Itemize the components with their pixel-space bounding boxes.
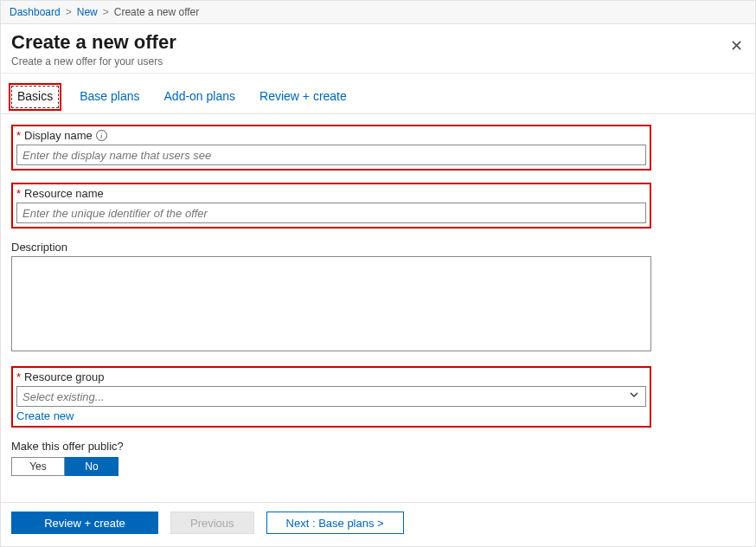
- close-icon: ✕: [730, 37, 743, 55]
- label-text: Resource group: [24, 370, 105, 383]
- description-input[interactable]: [11, 256, 651, 351]
- chevron-right-icon: >: [66, 6, 72, 18]
- tab-basics[interactable]: Basics: [11, 86, 59, 108]
- resource-group-select[interactable]: [16, 386, 646, 407]
- close-button[interactable]: ✕: [730, 36, 743, 55]
- resource-name-input[interactable]: [16, 203, 646, 223]
- label-display-name: * Display name i: [16, 129, 646, 142]
- next-button[interactable]: Next : Base plans >: [266, 512, 404, 534]
- page-title: Create a new offer: [11, 31, 745, 54]
- chevron-right-icon: >: [103, 6, 109, 18]
- label-description: Description: [11, 241, 651, 254]
- breadcrumb-current: Create a new offer: [114, 6, 200, 18]
- previous-button: Previous: [170, 512, 254, 534]
- breadcrumb-link-new[interactable]: New: [77, 6, 98, 18]
- footer-bar: Review + create Previous Next : Base pla…: [1, 502, 755, 546]
- review-create-button[interactable]: Review + create: [11, 512, 158, 534]
- field-group-display-name: * Display name i: [11, 125, 651, 171]
- page-subtitle: Create a new offer for your users: [11, 55, 745, 68]
- form-body: * Display name i * Resource name Descrip…: [1, 114, 755, 490]
- tab-review-create[interactable]: Review + create: [256, 86, 350, 108]
- label-text: Display name: [24, 129, 93, 142]
- field-group-resource-group: * Resource group Create new: [11, 366, 651, 428]
- tab-addon-plans[interactable]: Add-on plans: [161, 86, 240, 108]
- label-text: Make this offer public?: [11, 440, 124, 453]
- create-new-link[interactable]: Create new: [16, 409, 74, 422]
- field-group-resource-name: * Resource name: [11, 183, 651, 228]
- tab-base-plans[interactable]: Base plans: [76, 86, 143, 108]
- breadcrumb-link-dashboard[interactable]: Dashboard: [10, 6, 61, 18]
- breadcrumb: Dashboard > New > Create a new offer: [1, 1, 755, 24]
- required-indicator: *: [16, 129, 21, 142]
- field-group-public: Make this offer public? Yes No: [11, 440, 745, 476]
- required-indicator: *: [16, 370, 21, 383]
- label-resource-name: * Resource name: [16, 187, 646, 200]
- label-resource-group: * Resource group: [16, 370, 646, 383]
- tab-bar: Basics Base plans Add-on plans Review + …: [1, 74, 755, 114]
- page-header: Create a new offer Create a new offer fo…: [1, 24, 755, 74]
- toggle-no[interactable]: No: [65, 457, 119, 476]
- field-group-description: Description: [11, 241, 651, 354]
- info-icon[interactable]: i: [96, 130, 107, 141]
- display-name-input[interactable]: [16, 145, 646, 165]
- label-text: Resource name: [24, 187, 104, 200]
- toggle-yes[interactable]: Yes: [11, 457, 65, 476]
- required-indicator: *: [16, 187, 21, 200]
- label-text: Description: [11, 241, 67, 254]
- label-public: Make this offer public?: [11, 440, 745, 453]
